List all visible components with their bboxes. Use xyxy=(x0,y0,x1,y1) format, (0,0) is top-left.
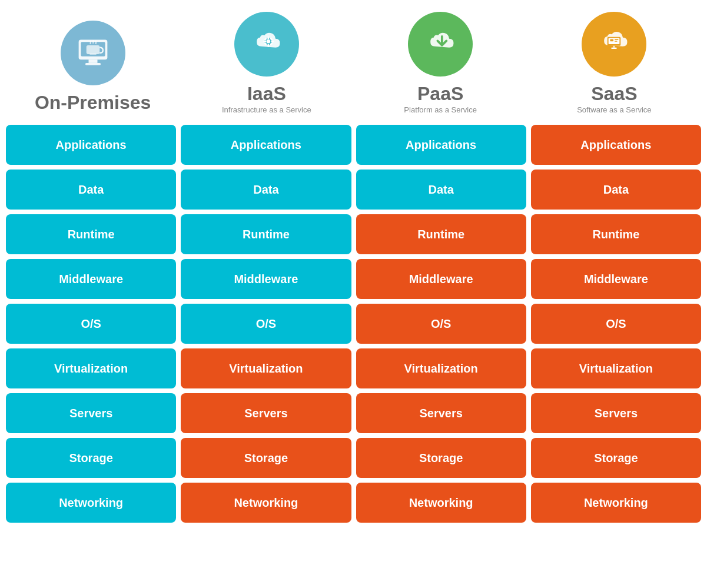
cell-applications-col1: Applications xyxy=(181,125,351,165)
paas-title: PaaS xyxy=(417,84,463,104)
cell-virtualization-col0: Virtualization xyxy=(6,348,176,388)
cell-o-s-col2: O/S xyxy=(356,304,526,344)
grid-row: VirtualizationVirtualizationVirtualizati… xyxy=(6,348,701,388)
svg-rect-4 xyxy=(86,45,99,54)
cell-storage-col0: Storage xyxy=(6,438,176,478)
cell-networking-col2: Networking xyxy=(356,483,526,523)
column-on-premises: On-Premises xyxy=(16,21,170,114)
cell-middleware-col3: Middleware xyxy=(531,259,701,299)
grid-row: O/SO/SO/SO/S xyxy=(6,304,701,344)
svg-rect-23 xyxy=(612,48,617,49)
svg-rect-8 xyxy=(267,36,269,39)
grid-row: ApplicationsApplicationsApplicationsAppl… xyxy=(6,125,701,165)
grid-row: NetworkingNetworkingNetworkingNetworking xyxy=(6,483,701,523)
grid-row: MiddlewareMiddlewareMiddlewareMiddleware xyxy=(6,259,701,299)
cell-servers-col1: Servers xyxy=(181,393,351,433)
svg-rect-19 xyxy=(610,39,614,42)
paas-subtitle: Platform as a Service xyxy=(404,105,477,114)
svg-rect-11 xyxy=(271,41,274,42)
cell-networking-col0: Networking xyxy=(6,483,176,523)
svg-point-7 xyxy=(266,39,270,44)
cell-virtualization-col1: Virtualization xyxy=(181,348,351,388)
saas-title: SaaS xyxy=(591,84,637,104)
grid-row: DataDataDataData xyxy=(6,170,701,210)
main-grid: ApplicationsApplicationsApplicationsAppl… xyxy=(6,125,701,523)
cell-applications-col0: Applications xyxy=(6,125,176,165)
cell-middleware-col2: Middleware xyxy=(356,259,526,299)
cell-data-col3: Data xyxy=(531,170,701,210)
svg-rect-20 xyxy=(615,39,619,40)
iaas-title: IaaS xyxy=(247,84,286,104)
saas-subtitle: Software as a Service xyxy=(577,105,651,114)
paas-icon xyxy=(408,12,473,77)
saas-icon xyxy=(582,12,646,77)
cell-storage-col3: Storage xyxy=(531,438,701,478)
grid-row: StorageStorageStorageStorage xyxy=(6,438,701,478)
cell-storage-col1: Storage xyxy=(181,438,351,478)
cell-data-col1: Data xyxy=(181,170,351,210)
on-premises-icon xyxy=(61,21,125,85)
cell-servers-col2: Servers xyxy=(356,393,526,433)
iaas-subtitle: Infrastructure as a Service xyxy=(222,105,311,114)
grid-row: ServersServersServersServers xyxy=(6,393,701,433)
cell-storage-col2: Storage xyxy=(356,438,526,478)
column-iaas: IaaS Infrastructure as a Service xyxy=(190,12,343,114)
grid-row: RuntimeRuntimeRuntimeRuntime xyxy=(6,214,701,254)
cell-servers-col0: Servers xyxy=(6,393,176,433)
cell-data-col2: Data xyxy=(356,170,526,210)
svg-rect-10 xyxy=(263,41,266,42)
svg-rect-21 xyxy=(615,41,618,41)
on-premises-title: On-Premises xyxy=(35,92,151,113)
svg-rect-3 xyxy=(85,63,101,65)
cell-o-s-col3: O/S xyxy=(531,304,701,344)
svg-rect-9 xyxy=(267,44,269,47)
column-paas: PaaS Platform as a Service xyxy=(364,12,517,114)
header-row: On-Premises IaaS Infrastructure as a xyxy=(6,12,701,114)
cell-o-s-col0: O/S xyxy=(6,304,176,344)
cell-applications-col3: Applications xyxy=(531,125,701,165)
cell-runtime-col0: Runtime xyxy=(6,214,176,254)
cell-virtualization-col2: Virtualization xyxy=(356,348,526,388)
cell-applications-col2: Applications xyxy=(356,125,526,165)
cell-servers-col3: Servers xyxy=(531,393,701,433)
svg-rect-2 xyxy=(88,59,97,63)
cell-o-s-col1: O/S xyxy=(181,304,351,344)
iaas-icon xyxy=(234,12,299,77)
column-saas: SaaS Software as a Service xyxy=(537,12,691,114)
cell-networking-col1: Networking xyxy=(181,483,351,523)
cell-runtime-col3: Runtime xyxy=(531,214,701,254)
cell-runtime-col2: Runtime xyxy=(356,214,526,254)
cell-runtime-col1: Runtime xyxy=(181,214,351,254)
cell-middleware-col0: Middleware xyxy=(6,259,176,299)
cell-networking-col3: Networking xyxy=(531,483,701,523)
cell-data-col0: Data xyxy=(6,170,176,210)
cell-virtualization-col3: Virtualization xyxy=(531,348,701,388)
cell-middleware-col1: Middleware xyxy=(181,259,351,299)
